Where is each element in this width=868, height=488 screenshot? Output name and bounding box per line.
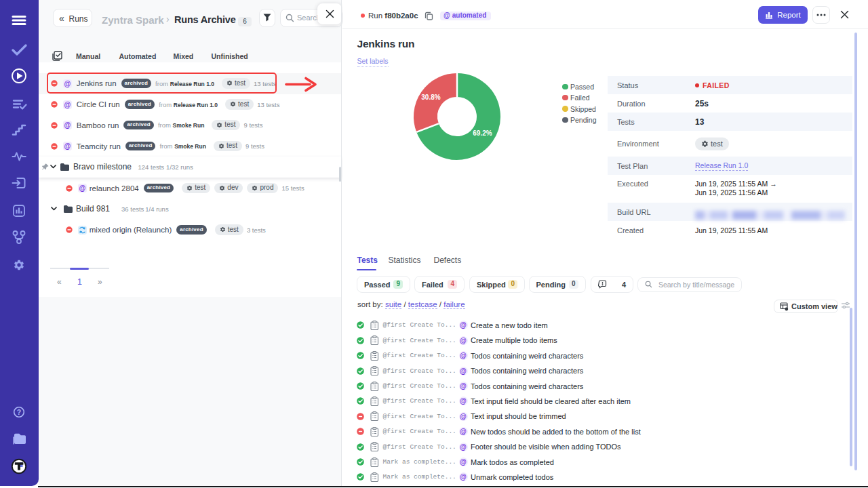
svg-text:69.2%: 69.2% — [473, 129, 492, 137]
svg-text:30.8%: 30.8% — [421, 94, 440, 101]
svg-text:?: ? — [17, 408, 21, 416]
